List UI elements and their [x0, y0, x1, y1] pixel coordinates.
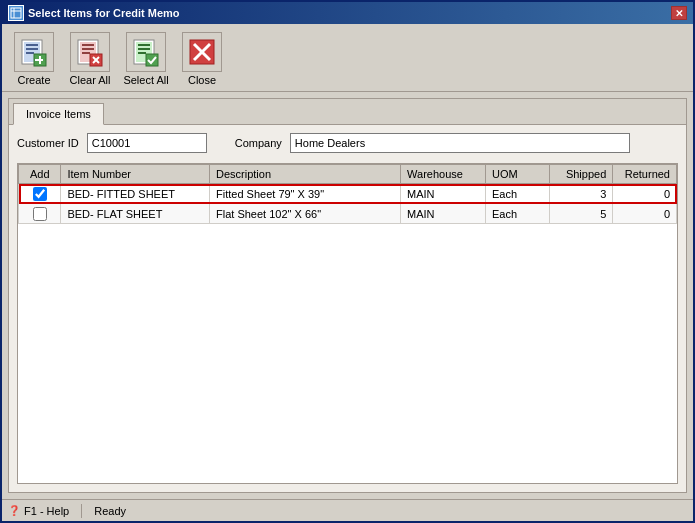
svg-rect-23: [138, 52, 146, 54]
description-cell: Flat Sheet 102" X 66": [210, 204, 401, 224]
uom-cell: Each: [485, 184, 549, 204]
add-checkbox-cell[interactable]: [19, 184, 61, 204]
window-close-button[interactable]: ✕: [671, 6, 687, 20]
col-warehouse: Warehouse: [401, 165, 486, 184]
svg-rect-22: [138, 48, 150, 50]
svg-rect-7: [26, 52, 34, 54]
add-checkbox[interactable]: [33, 207, 47, 221]
title-bar: Select Items for Credit Memo ✕: [2, 2, 693, 24]
table-row[interactable]: BED- FLAT SHEETFlat Sheet 102" X 66"MAIN…: [19, 204, 677, 224]
returned-cell: 0: [613, 204, 677, 224]
add-checkbox[interactable]: [33, 187, 47, 201]
status-divider: [81, 504, 82, 518]
select-all-icon: [126, 32, 166, 72]
create-label: Create: [17, 74, 50, 86]
warehouse-cell: MAIN: [401, 204, 486, 224]
window-icon: [8, 5, 24, 21]
col-add: Add: [19, 165, 61, 184]
shipped-cell: 5: [549, 204, 613, 224]
item-number-cell: BED- FITTED SHEET: [61, 184, 210, 204]
svg-rect-5: [26, 44, 38, 46]
uom-cell: Each: [485, 204, 549, 224]
clear-all-label: Clear All: [70, 74, 111, 86]
close-toolbar-icon: [182, 32, 222, 72]
col-item-number: Item Number: [61, 165, 210, 184]
status-text: Ready: [94, 505, 126, 517]
window-title: Select Items for Credit Memo: [28, 7, 180, 19]
content-area: Invoice Items Customer ID Company: [2, 92, 693, 499]
table-row[interactable]: BED- FITTED SHEETFitted Sheet 79" X 39"M…: [19, 184, 677, 204]
create-button[interactable]: Create: [8, 30, 60, 88]
svg-rect-6: [26, 48, 38, 50]
table-body: BED- FITTED SHEETFitted Sheet 79" X 39"M…: [19, 184, 677, 224]
table-header-row: Add Item Number Description Warehouse UO…: [19, 165, 677, 184]
svg-rect-21: [138, 44, 150, 46]
select-all-button[interactable]: Select All: [120, 30, 172, 88]
svg-rect-10: [35, 59, 43, 61]
svg-rect-15: [82, 52, 90, 54]
svg-rect-24: [146, 54, 158, 66]
help-section: ❓ F1 - Help: [8, 505, 69, 517]
company-input[interactable]: [290, 133, 630, 153]
title-bar-left: Select Items for Credit Memo: [8, 5, 180, 21]
col-returned: Returned: [613, 165, 677, 184]
col-shipped: Shipped: [549, 165, 613, 184]
add-checkbox-cell[interactable]: [19, 204, 61, 224]
status-bar: ❓ F1 - Help Ready: [2, 499, 693, 521]
close-label: Close: [188, 74, 216, 86]
customer-id-label: Customer ID: [17, 137, 79, 149]
items-table: Add Item Number Description Warehouse UO…: [18, 164, 677, 224]
select-all-label: Select All: [123, 74, 168, 86]
tab-invoice-items[interactable]: Invoice Items: [13, 103, 104, 125]
main-window: Select Items for Credit Memo ✕ Create: [0, 0, 695, 523]
svg-rect-14: [82, 48, 94, 50]
close-button[interactable]: Close: [176, 30, 228, 88]
create-icon: [14, 32, 54, 72]
warehouse-cell: MAIN: [401, 184, 486, 204]
customer-id-input[interactable]: [87, 133, 207, 153]
help-label: F1 - Help: [24, 505, 69, 517]
svg-rect-0: [11, 8, 21, 18]
form-row: Customer ID Company: [17, 133, 678, 153]
returned-cell: 0: [613, 184, 677, 204]
col-uom: UOM: [485, 165, 549, 184]
svg-rect-13: [82, 44, 94, 46]
clear-all-button[interactable]: Clear All: [64, 30, 116, 88]
item-number-cell: BED- FLAT SHEET: [61, 204, 210, 224]
help-icon: ❓: [8, 505, 20, 516]
tab-content: Customer ID Company Add Item Number Desc…: [9, 125, 686, 492]
description-cell: Fitted Sheet 79" X 39": [210, 184, 401, 204]
col-description: Description: [210, 165, 401, 184]
company-label: Company: [235, 137, 282, 149]
table-container: Add Item Number Description Warehouse UO…: [17, 163, 678, 484]
toolbar: Create Clear All: [2, 24, 693, 92]
shipped-cell: 3: [549, 184, 613, 204]
tab-container: Invoice Items Customer ID Company: [8, 98, 687, 493]
tabs: Invoice Items: [9, 99, 686, 125]
clear-all-icon: [70, 32, 110, 72]
